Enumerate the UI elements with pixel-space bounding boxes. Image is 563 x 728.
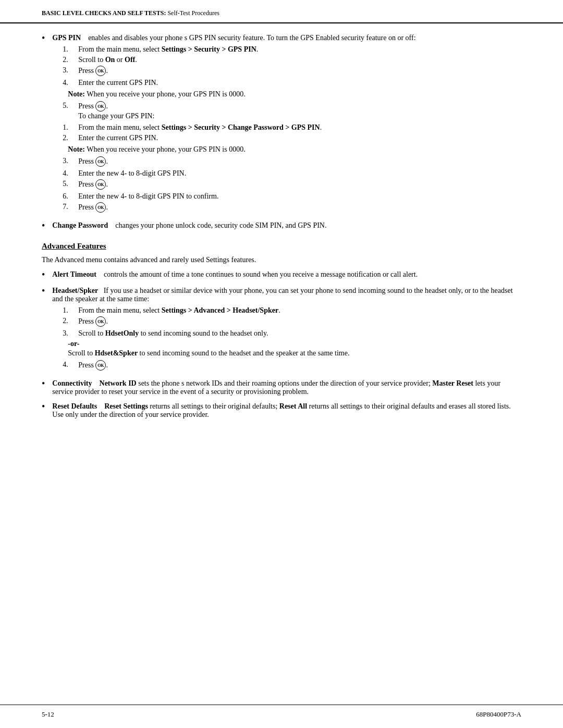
header-bold: BASIC LEVEL CHECKS AND SELF TESTS: (42, 9, 166, 17)
numbered-item: 2. Scroll to On or Off. (63, 56, 521, 64)
ok-symbol: OK (95, 101, 106, 112)
ok-symbol: OK (95, 179, 106, 190)
gps-pin-bullet: • GPS PIN enables and disables your phon… (42, 34, 521, 215)
scroll-hdset-spker-text: Scroll to Hdset&Spker to send incoming s… (68, 349, 521, 357)
note-1: Note: When you receive your phone, your … (68, 90, 521, 98)
reset-defaults-content: Reset Defaults Reset Settings returns al… (52, 402, 521, 419)
numbered-item: 2. Press OK. (63, 317, 521, 327)
change-gps-steps: 1. From the main menu, select Settings >… (63, 124, 521, 142)
numbered-item: 4. Enter the new 4- to 8-digit GPS PIN. (63, 169, 521, 178)
numbered-item: 1. From the main menu, select Settings >… (63, 124, 521, 132)
ok-symbol: OK (95, 66, 106, 76)
bullet-icon: • (42, 286, 45, 297)
page-footer: 5-12 68P80400P73-A (0, 705, 563, 728)
doc-number: 68P80400P73-A (476, 710, 521, 719)
page-number: 5-12 (42, 710, 54, 719)
gps-pin-desc: enables and disables your phone s GPS PI… (88, 34, 415, 42)
or-label: -or- (68, 340, 521, 348)
numbered-item: 3. Press OK. (63, 157, 521, 167)
change-password-bullet: • Change Password changes your phone unl… (42, 221, 521, 231)
numbered-item: 3. Press OK. (63, 66, 521, 77)
headset-step-4: 4. Press OK. (63, 361, 521, 371)
gps-pin-content: GPS PIN enables and disables your phone … (52, 34, 521, 215)
reset-defaults-bullet: • Reset Defaults Reset Settings returns … (42, 402, 521, 419)
numbered-item: 7. Press OK. (63, 203, 521, 213)
header-normal: Self-Test Procedures (166, 9, 219, 17)
ok-symbol: OK (95, 360, 106, 371)
alert-timeout-desc: controls the amount of time a tone conti… (104, 270, 418, 278)
headset-spker-desc: If you use a headset or similar device w… (52, 287, 512, 303)
numbered-item: 1. From the main menu, select Settings >… (63, 306, 521, 315)
alert-timeout-bullet: • Alert Timeout controls the amount of t… (42, 270, 521, 280)
bullet-icon: • (42, 33, 45, 44)
bullet-icon: • (42, 401, 45, 412)
numbered-item: 5. Press OK. (63, 180, 521, 190)
numbered-item: 6. Enter the new 4- to 8-digit GPS PIN t… (63, 192, 521, 201)
reset-settings-term: Reset Settings (104, 402, 148, 410)
ok-symbol: OK (95, 316, 106, 327)
numbered-item: 3. Scroll to HdsetOnly to send incoming … (63, 329, 521, 338)
connectivity-content: Connectivity Network ID sets the phone s… (52, 379, 521, 396)
page: BASIC LEVEL CHECKS AND SELF TESTS: Self-… (0, 0, 563, 728)
headset-spker-content: Headset/Spker If you use a headset or si… (52, 287, 521, 373)
alert-timeout-content: Alert Timeout controls the amount of tim… (52, 270, 521, 279)
master-reset-term: Master Reset (432, 379, 473, 387)
connectivity-term: Connectivity (52, 379, 92, 387)
advanced-features-heading: Advanced Features (42, 242, 521, 251)
alert-timeout-term: Alert Timeout (52, 270, 96, 278)
headset-steps: 1. From the main menu, select Settings >… (63, 306, 521, 338)
change-gps-steps-2: 3. Press OK. 4. Enter the new 4- to 8-di… (63, 157, 521, 213)
numbered-item: 4. Press OK. (63, 361, 521, 371)
gps-pin-steps-1: 1. From the main menu, select Settings >… (63, 45, 521, 87)
advanced-features-intro: The Advanced menu contains advanced and … (42, 256, 521, 264)
headset-spker-bullet: • Headset/Spker If you use a headset or … (42, 287, 521, 373)
gps-pin-step5: 5. Press OK.To change your GPS PIN: (63, 102, 521, 120)
ok-symbol: OK (95, 202, 106, 213)
reset-defaults-term: Reset Defaults (52, 402, 97, 410)
header-title: BASIC LEVEL CHECKS AND SELF TESTS: Self-… (42, 9, 219, 17)
connectivity-bullet: • Connectivity Network ID sets the phone… (42, 379, 521, 396)
note-2: Note: When you receive your phone, your … (68, 145, 521, 154)
bullet-icon: • (42, 378, 45, 389)
numbered-item: 5. Press OK.To change your GPS PIN: (63, 102, 521, 120)
network-id-term: Network ID (100, 379, 137, 387)
page-header: BASIC LEVEL CHECKS AND SELF TESTS: Self-… (0, 0, 563, 23)
ok-symbol: OK (95, 156, 106, 167)
reset-all-term: Reset All (279, 402, 307, 410)
numbered-item: 1. From the main menu, select Settings >… (63, 45, 521, 54)
gps-pin-term: GPS PIN (52, 34, 81, 42)
change-password-content: Change Password changes your phone unloc… (52, 221, 521, 230)
main-content: • GPS PIN enables and disables your phon… (0, 23, 563, 705)
bullet-icon: • (42, 269, 45, 280)
headset-spker-term: Headset/Spker (52, 287, 98, 294)
change-password-term: Change Password (52, 221, 108, 229)
numbered-item: 4. Enter the current GPS PIN. (63, 79, 521, 87)
numbered-item: 2. Enter the current GPS PIN. (63, 134, 521, 142)
change-password-desc: changes your phone unlock code, security… (115, 221, 326, 229)
bullet-icon: • (42, 220, 45, 231)
